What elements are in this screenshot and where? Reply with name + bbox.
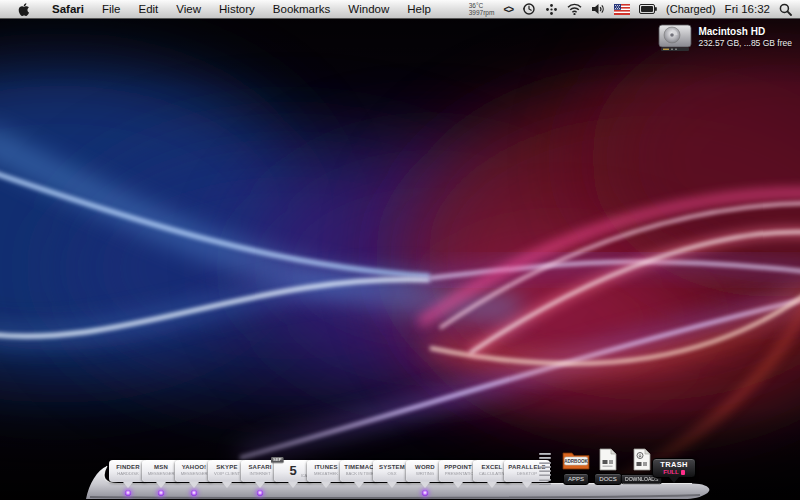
dock-item-sublabel: MEDIATHEK xyxy=(313,471,340,475)
wifi-icon[interactable] xyxy=(567,3,582,15)
menu-item-help[interactable]: Help xyxy=(398,0,440,18)
stack-label: DOCS xyxy=(594,473,621,485)
dock-item-sublabel: OSX xyxy=(379,471,406,475)
trash-icon xyxy=(681,470,685,475)
menu-item-history[interactable]: History xyxy=(210,0,264,18)
menu-item-edit[interactable]: Edit xyxy=(130,0,168,18)
keyboard-flag-us-icon[interactable] xyxy=(614,4,630,15)
menu-bar: Safari File Edit View History Bookmarks … xyxy=(0,0,800,19)
running-indicator xyxy=(191,490,197,496)
menu-clock[interactable]: Fri 16:32 xyxy=(725,3,770,15)
menu-item-bookmarks[interactable]: Bookmarks xyxy=(264,0,340,18)
folder-icon: ADRBOOK xyxy=(561,449,591,471)
running-indicator xyxy=(257,490,263,496)
istat-temp-fan[interactable]: 36°C 3997rpm xyxy=(469,2,495,16)
dock-item-sublabel: MESSENGER xyxy=(181,471,208,475)
dock-item-sublabel: VOIP CLIENT xyxy=(214,471,241,475)
dock-item-pppoint[interactable]: PPPOINT PRESENTATION xyxy=(439,460,477,482)
time-machine-icon[interactable] xyxy=(522,2,536,16)
running-indicator xyxy=(158,490,164,496)
dock-item-sublabel: PRESENTATION xyxy=(445,471,472,475)
fan-speed-reading: 3997rpm xyxy=(469,9,495,16)
menu-bar-left: Safari File Edit View History Bookmarks … xyxy=(0,0,440,18)
drive-capacity-label: 232.57 GB, ...85 GB free xyxy=(698,38,792,48)
desktop-drive-macintosh-hd[interactable]: Macintosh HD 232.57 GB, ...85 GB free xyxy=(658,24,792,52)
battery-status-label: (Charged) xyxy=(666,3,716,15)
document-icon xyxy=(632,449,652,471)
trash-status: FULL xyxy=(653,469,695,476)
dock: FINDER HARDDISK MSN MESSENGER YAHOO! MES… xyxy=(0,440,800,500)
dock-item-sublabel: MESSENGER xyxy=(148,471,175,475)
trash-label: TRASH xyxy=(653,461,695,469)
temperature-reading: 36°C xyxy=(469,2,484,9)
dock-item-label: PPPOINT xyxy=(439,464,477,471)
dock-divider xyxy=(538,453,552,485)
calendar-month-badge: SEP xyxy=(271,457,284,463)
dock-trash[interactable]: TRASH FULL xyxy=(652,458,696,478)
document-icon xyxy=(598,449,618,471)
spaces-icon[interactable] xyxy=(545,3,558,16)
menu-item-window[interactable]: Window xyxy=(339,0,398,18)
svg-text:ADRBOOK: ADRBOOK xyxy=(564,459,588,464)
apple-menu[interactable] xyxy=(0,0,43,18)
battery-icon[interactable] xyxy=(639,4,657,14)
dock-item-sublabel: CALCULATING xyxy=(479,471,506,475)
stack-label: APPS xyxy=(563,473,589,485)
code-icon[interactable]: <> xyxy=(503,4,513,15)
dock-item-sublabel: BACK IN TIME xyxy=(346,471,373,475)
dock-stack-apps[interactable]: ADRBOOK APPS xyxy=(558,449,594,485)
spotlight-icon[interactable] xyxy=(779,3,792,16)
running-indicator xyxy=(125,490,131,496)
menu-bar-status: 36°C 3997rpm <> xyxy=(469,0,800,18)
dock-item-sublabel: INTERNET xyxy=(247,471,274,475)
menu-item-file[interactable]: File xyxy=(93,0,130,18)
running-indicator xyxy=(422,490,428,496)
menu-item-safari[interactable]: Safari xyxy=(43,0,93,18)
menu-item-view[interactable]: View xyxy=(167,0,210,18)
desktop-wallpaper xyxy=(0,18,800,500)
apple-icon xyxy=(17,2,30,16)
dock-item-sublabel: HARDDISK xyxy=(115,471,142,475)
volume-icon[interactable] xyxy=(591,3,605,15)
drive-name-label: Macintosh HD xyxy=(698,26,792,37)
dock-item-sublabel: WRITING xyxy=(412,471,439,475)
hard-drive-icon xyxy=(658,24,692,52)
